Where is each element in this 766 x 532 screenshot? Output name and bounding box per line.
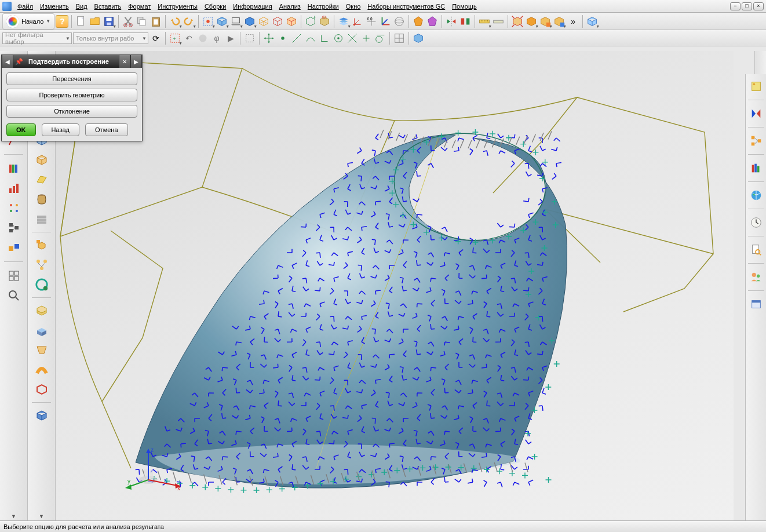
window-maximize-button[interactable]: □ bbox=[742, 2, 752, 10]
loft-icon[interactable] bbox=[34, 342, 50, 358]
dialog-titlebar[interactable]: ◀ 📌 Подтвердить построение ✕ ▶ bbox=[2, 55, 142, 68]
dialog-next-button[interactable]: ▶ bbox=[130, 55, 142, 68]
annotate-icon[interactable] bbox=[34, 276, 50, 293]
menu-help[interactable]: Помощь bbox=[448, 2, 480, 11]
zoom-icon[interactable] bbox=[6, 287, 22, 304]
menu-edit[interactable]: Изменить bbox=[37, 2, 72, 11]
filter-combo-1[interactable]: Нет фильтра выбор▼ bbox=[2, 32, 72, 44]
snap-arc-icon[interactable] bbox=[304, 32, 317, 45]
assy-tree-icon[interactable] bbox=[34, 257, 50, 273]
phi-icon[interactable]: φ bbox=[210, 32, 223, 45]
check-geometry-button[interactable]: Проверить геометрию bbox=[6, 89, 137, 101]
fit-view-icon[interactable]: ▼ bbox=[202, 15, 214, 28]
tree-icon[interactable] bbox=[749, 133, 764, 148]
layers-icon[interactable]: ▼ bbox=[337, 15, 350, 28]
people-icon[interactable] bbox=[749, 269, 764, 285]
open-file-icon[interactable] bbox=[89, 15, 101, 28]
laptop-icon[interactable]: ▼ bbox=[229, 15, 242, 28]
globe-icon[interactable] bbox=[749, 188, 764, 203]
dialog-prev-button[interactable]: ◀ bbox=[2, 55, 13, 68]
box-icon[interactable]: ▼ bbox=[216, 15, 228, 28]
sweep-icon[interactable] bbox=[34, 362, 50, 378]
start-button[interactable]: Начало ▼ bbox=[2, 13, 54, 30]
menu-file[interactable]: Файл bbox=[14, 2, 37, 11]
cube-add-icon[interactable]: + bbox=[304, 15, 317, 28]
axis-frame-icon[interactable] bbox=[379, 15, 392, 28]
extrude-icon[interactable] bbox=[34, 322, 50, 338]
mirror-icon[interactable] bbox=[445, 15, 458, 28]
window-close-button[interactable]: × bbox=[753, 2, 764, 10]
origin-icon[interactable]: 0,0 bbox=[365, 15, 378, 28]
deviation-button[interactable]: Отклонение bbox=[6, 105, 137, 118]
menu-analysis[interactable]: Анализ bbox=[276, 2, 304, 11]
flags-icon[interactable] bbox=[749, 106, 764, 121]
back-button[interactable]: Назад bbox=[42, 123, 80, 136]
redo-icon[interactable]: ▼ bbox=[183, 15, 195, 28]
paste-icon[interactable] bbox=[149, 15, 162, 28]
book-stack-icon[interactable] bbox=[749, 161, 764, 176]
rotate-back-icon[interactable]: ↶ bbox=[183, 32, 195, 45]
menu-assemblies[interactable]: Сборки bbox=[201, 2, 229, 11]
refresh-icon[interactable]: ⟳ bbox=[149, 32, 162, 45]
dashed-rect-icon[interactable] bbox=[243, 32, 256, 45]
solid-small-icon[interactable] bbox=[412, 32, 425, 45]
menu-insert[interactable]: Вставить bbox=[91, 2, 125, 11]
menu-tools[interactable]: Инструменты bbox=[154, 2, 201, 11]
barrel-icon[interactable] bbox=[34, 191, 50, 207]
select-box-icon[interactable]: +▼ bbox=[169, 32, 181, 45]
gem-purple-icon[interactable] bbox=[426, 15, 439, 28]
sphere-gray-icon[interactable] bbox=[196, 32, 209, 45]
snap-point-icon[interactable] bbox=[276, 32, 289, 45]
dots-icon[interactable] bbox=[6, 200, 22, 216]
shell-icon[interactable] bbox=[34, 381, 50, 398]
chart-icon[interactable] bbox=[6, 180, 22, 196]
snap-line-icon[interactable] bbox=[290, 32, 303, 45]
more-icon[interactable]: » bbox=[567, 15, 579, 28]
clock-icon[interactable] bbox=[749, 215, 764, 230]
grid-small-icon[interactable] bbox=[393, 32, 406, 45]
play-icon[interactable]: ▶ bbox=[224, 32, 237, 45]
ruler-icon[interactable] bbox=[492, 15, 505, 28]
cut-icon[interactable] bbox=[122, 15, 134, 28]
menu-gc-toolsets[interactable]: Наборы инструментов GC bbox=[364, 2, 448, 11]
solid-box-icon[interactable]: ▼ bbox=[243, 15, 256, 28]
ok-button[interactable]: OK bbox=[6, 123, 36, 136]
sheet-icon[interactable] bbox=[34, 303, 50, 319]
wall-icon[interactable] bbox=[34, 211, 50, 227]
gem-orange-icon[interactable] bbox=[412, 15, 425, 28]
snap-plus-icon[interactable] bbox=[360, 32, 373, 45]
menu-settings[interactable]: Настройки bbox=[304, 2, 342, 11]
plane-yellow-icon[interactable] bbox=[34, 172, 50, 188]
cube-yellow-icon[interactable]: ▼ bbox=[525, 15, 538, 28]
dialog-pin-icon[interactable]: 📌 bbox=[13, 55, 25, 68]
cube-red-arrows-icon[interactable] bbox=[511, 15, 524, 28]
box-orange-icon[interactable] bbox=[34, 152, 50, 168]
snap-tangent-icon[interactable] bbox=[374, 32, 386, 45]
window-small-icon[interactable] bbox=[749, 297, 764, 312]
cube-wire-icon[interactable]: ▼ bbox=[586, 15, 599, 28]
menu-view[interactable]: Вид bbox=[72, 2, 91, 11]
copy-icon[interactable] bbox=[136, 15, 148, 28]
save-file-icon[interactable]: ▼ bbox=[103, 15, 115, 28]
wireframe-red-icon[interactable] bbox=[271, 15, 284, 28]
move-icon[interactable] bbox=[262, 32, 275, 45]
snap-inter-icon[interactable] bbox=[346, 32, 359, 45]
blocks-icon[interactable] bbox=[6, 239, 22, 256]
wireframe-box-icon[interactable] bbox=[257, 15, 270, 28]
wcs-icon[interactable] bbox=[351, 15, 364, 28]
cube-rotate-icon[interactable] bbox=[318, 15, 331, 28]
menu-window[interactable]: Окно bbox=[342, 2, 364, 11]
viewport-3d[interactable]: z x y bbox=[56, 51, 734, 520]
help-button[interactable]: ? bbox=[56, 15, 68, 28]
app-launch-icon[interactable] bbox=[749, 79, 764, 94]
snap-perp-icon[interactable] bbox=[318, 32, 331, 45]
snap-center-icon[interactable] bbox=[332, 32, 345, 45]
wireframe-partial-icon[interactable] bbox=[285, 15, 298, 28]
intersections-button[interactable]: Пересечения bbox=[6, 72, 137, 85]
box-solid-icon[interactable] bbox=[34, 407, 50, 424]
assy-yellow-icon[interactable] bbox=[34, 237, 50, 253]
grid4-icon[interactable] bbox=[6, 268, 22, 284]
sphere-wire-icon[interactable] bbox=[393, 15, 406, 28]
menu-format[interactable]: Формат bbox=[125, 2, 154, 11]
struct-icon[interactable] bbox=[6, 220, 22, 236]
